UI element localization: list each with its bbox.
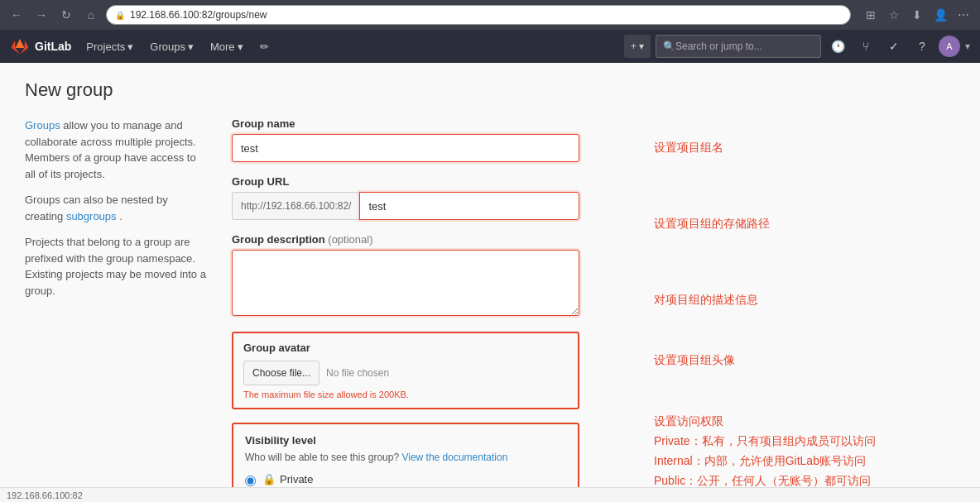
avatar-input-row: Choose file... No file chosen: [243, 361, 568, 385]
content-layout: Groups allow you to manage and collabora…: [25, 117, 654, 502]
nav-merge-btn[interactable]: ⑂: [854, 35, 877, 58]
settings-button[interactable]: ⋯: [954, 5, 973, 25]
avatar-hint: The maximum file size allowed is 200KB.: [243, 390, 568, 399]
nav-search-box[interactable]: 🔍 Search or jump to...: [656, 35, 821, 58]
right-annotations-col: 设置项目组名 设置项目组的存储路径 对项目组的描述信息 设置项目组头像 设置访问…: [654, 117, 955, 502]
annotation-url: 设置项目组的存储路径: [654, 217, 770, 230]
annotation-description: 对项目组的描述信息: [654, 293, 758, 306]
lock-icon: 🔒: [115, 11, 125, 20]
extensions-button[interactable]: ⊞: [861, 5, 881, 25]
nav-projects[interactable]: Projects ▾: [78, 30, 142, 63]
nav-more[interactable]: More ▾: [202, 30, 252, 63]
group-description-label: Group description (optional): [232, 233, 579, 246]
outer-layout: Groups allow you to manage and collabora…: [25, 117, 955, 502]
group-url-input[interactable]: [359, 192, 579, 220]
profile-button[interactable]: 👤: [930, 5, 950, 25]
group-name-input[interactable]: [232, 134, 579, 162]
bookmark-button[interactable]: ☆: [884, 5, 904, 25]
gitlab-logo-icon: [10, 36, 30, 56]
annotation-internal: Internal：内部，允许使用GitLab账号访问: [654, 452, 955, 471]
avatar-section: Group avatar Choose file... No file chos…: [232, 332, 579, 409]
url-group: http://192.168.66.100:82/: [232, 192, 579, 220]
sidebar-info: Groups allow you to manage and collabora…: [25, 117, 207, 502]
home-button[interactable]: ⌂: [81, 5, 101, 25]
annotation-avatar: 设置项目组头像: [654, 353, 735, 366]
groups-link[interactable]: Groups: [25, 119, 60, 131]
browser-actions: ⊞ ☆ ⬇ 👤 ⋯: [861, 5, 973, 25]
annotation-visibility-title: 设置访问权限: [654, 412, 955, 432]
optional-text: (optional): [328, 233, 372, 246]
sidebar-projects-para: Projects that belong to a group are pref…: [25, 234, 207, 299]
url-prefix: http://192.168.66.100:82/: [232, 192, 359, 220]
visibility-label: Visibility level: [245, 434, 566, 447]
forward-button[interactable]: →: [31, 5, 51, 25]
avatar-label: Group avatar: [243, 342, 568, 354]
main-content: New group Groups allow you to manage and…: [0, 63, 980, 502]
gitlab-logo[interactable]: GitLab: [10, 36, 71, 56]
sidebar-nested-para: Groups can also be nested by creating su…: [25, 192, 207, 224]
gitlab-navbar: GitLab Projects ▾ Groups ▾ More ▾ ✏ + ▾ …: [0, 30, 980, 63]
form-area: Group name Group URL http://192.168.66.1…: [232, 117, 579, 502]
nav-clock-btn[interactable]: 🕐: [826, 35, 849, 58]
private-icon: 🔒: [262, 473, 276, 485]
no-file-text: No file chosen: [326, 367, 389, 379]
group-name-group: Group name: [232, 117, 579, 162]
private-label[interactable]: Private: [280, 473, 313, 485]
group-description-group: Group description (optional): [232, 233, 579, 318]
group-name-label: Group name: [232, 117, 579, 130]
nav-plus-button[interactable]: + ▾: [624, 35, 651, 58]
browser-chrome: ← → ↻ ⌂ 🔒 192.168.66.100:82/groups/new ⊞…: [0, 0, 980, 30]
nav-actions: + ▾ 🔍 Search or jump to... 🕐 ⑂ ✓ ? A ▾: [624, 35, 970, 58]
group-description-input[interactable]: [232, 250, 579, 316]
url-text: 192.168.66.100:82/groups/new: [130, 9, 267, 21]
annotation-private: Private：私有，只有项目组内成员可以访问: [654, 432, 955, 452]
nav-check-btn[interactable]: ✓: [882, 35, 906, 58]
group-url-label: Group URL: [232, 175, 579, 188]
nav-edit[interactable]: ✏: [252, 30, 277, 63]
annotation-name: 设置项目组名: [654, 141, 723, 154]
left-form-col: Groups allow you to manage and collabora…: [25, 117, 654, 502]
group-url-group: Group URL http://192.168.66.100:82/: [232, 175, 579, 220]
visibility-sub: Who will be able to see this group? View…: [245, 452, 566, 463]
status-text: 192.168.66.100:82: [7, 490, 83, 500]
page-title: New group: [25, 79, 955, 101]
address-bar[interactable]: 🔒 192.168.66.100:82/groups/new: [106, 5, 851, 25]
gitlab-label: GitLab: [35, 40, 71, 53]
choose-file-button[interactable]: Choose file...: [243, 361, 319, 385]
nav-help-btn[interactable]: ?: [910, 35, 934, 58]
download-button[interactable]: ⬇: [907, 5, 927, 25]
sidebar-groups-para: Groups allow you to manage and collabora…: [25, 117, 207, 182]
subgroups-link[interactable]: subgroups: [66, 210, 117, 222]
view-doc-link[interactable]: View the documentation: [401, 452, 507, 463]
reload-button[interactable]: ↻: [56, 5, 76, 25]
visibility-private-radio[interactable]: [245, 476, 256, 486]
nav-user-avatar[interactable]: A: [939, 36, 960, 57]
back-button[interactable]: ←: [7, 5, 26, 25]
nav-groups[interactable]: Groups ▾: [142, 30, 202, 63]
status-bar: 192.168.66.100:82: [0, 487, 980, 502]
